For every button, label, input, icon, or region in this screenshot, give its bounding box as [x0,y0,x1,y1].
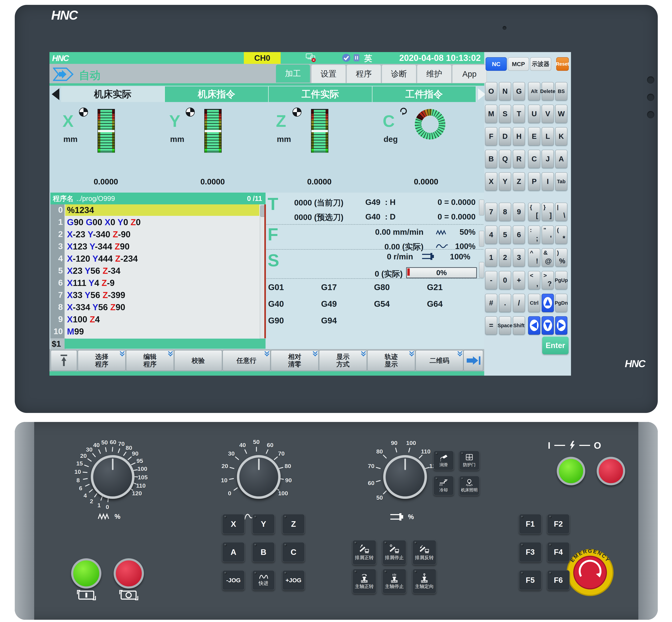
program-line[interactable]: M99 [67,326,84,337]
panel-key-排屑正转[interactable]: 排屑正转 [352,540,376,565]
softkey-校验[interactable]: 校验 [174,350,222,371]
key-;[interactable]: :; [528,226,540,244]
key-5[interactable]: 5 [499,226,511,244]
key-.[interactable]: . [499,294,511,312]
key-Delete[interactable]: Delete [542,82,554,100]
softkey-轨迹显示[interactable]: 轨迹显示 [367,350,415,371]
panel-key-F1[interactable]: F1 [519,514,541,534]
panel-key-F5[interactable]: F5 [519,570,541,590]
key-Tab[interactable]: Tab [555,172,567,191]
panel-key-Y[interactable]: Y [252,514,275,534]
start-button-green[interactable] [557,457,585,485]
softkey-任意行[interactable]: 任意行 [223,350,270,371]
softkey-编辑程序[interactable]: 编辑程序 [126,350,174,371]
panel-key-机床照明[interactable]: 机床照明 [459,476,479,495]
panel-key-X[interactable]: X [222,514,245,534]
tab-维护[interactable]: 维护 [417,65,451,83]
panel-key-Z[interactable]: Z [282,514,305,534]
program-line[interactable]: %1234 [67,205,94,215]
side-scroll-button[interactable] [479,262,484,278]
rapid-override-knob[interactable] [237,455,281,499]
arrow-up-key[interactable] [542,294,554,312]
key-8[interactable]: 8 [499,203,511,221]
key-Shift[interactable]: Shift [513,316,525,335]
key-I[interactable]: I [542,172,554,191]
panel-key-C[interactable]: C [282,542,305,562]
arrow-right-key[interactable] [555,316,567,335]
key-*[interactable]: (* [555,226,567,244]
key-T[interactable]: T [513,105,525,123]
key-BS[interactable]: BS [555,82,567,100]
tab-诊断[interactable]: 诊断 [382,65,416,83]
enter-key[interactable]: Enter [542,337,569,354]
key-U[interactable]: U [528,105,540,123]
panel-key-+JOG[interactable]: +JOG [282,570,305,590]
side-scroll-button[interactable] [479,231,484,247]
key-L[interactable]: L [542,127,554,145]
view-prev-arrow[interactable] [51,87,60,102]
key-H[interactable]: H [513,127,525,145]
key--[interactable]: - [485,271,497,289]
panel-key-润滑[interactable]: 润滑 [433,451,454,470]
key-Ctrl[interactable]: Ctrl [528,294,540,312]
view-tab-工件指令[interactable]: 工件指令 [372,87,476,102]
panel-key-主轴定向[interactable]: 主轴定向 [412,569,436,594]
power-on-button[interactable] [71,558,101,589]
side-scroll-button[interactable] [479,200,484,215]
key-G[interactable]: G [513,82,525,100]
key-PgUp[interactable]: PgUp [555,271,567,289]
panel-key-防护门[interactable]: 防护门 [459,451,479,470]
key-Z[interactable]: Z [513,172,525,191]
program-line[interactable]: X100 Z4 [67,314,100,324]
system-key-Reset[interactable]: Reset [556,57,569,71]
system-key-示波器[interactable]: 示波器 [530,57,551,71]
power-off-button[interactable] [114,558,144,589]
key-P[interactable]: P [528,172,540,191]
tab-程序[interactable]: 程序 [346,65,381,83]
key-?[interactable]: >? [542,271,554,289]
panel-key-排屑反转[interactable]: 排屑反转 [412,540,436,565]
panel-key-F4[interactable]: F4 [547,542,570,562]
key-3[interactable]: 3 [513,248,525,267]
key-F[interactable]: F [485,127,497,145]
key-C[interactable]: C [528,150,540,168]
program-line[interactable]: X-120 Y444 Z-234 [67,254,138,264]
softkey-next[interactable] [463,350,483,371]
panel-key--JOG[interactable]: -JOG [222,570,245,590]
language-indicator[interactable]: 英 [364,53,372,64]
key-0[interactable]: 0 [499,271,511,289]
softkey-back[interactable] [51,350,77,371]
key-S[interactable]: S [499,105,511,123]
tab-设置[interactable]: 设置 [311,65,346,83]
program-line[interactable]: X123 Y-344 Z90 [67,242,130,251]
key-=[interactable]: = [485,316,497,335]
key-B[interactable]: B [485,150,497,168]
panel-key-主轴停止[interactable]: 主轴停止 [382,569,406,594]
key-6[interactable]: 6 [513,226,525,244]
stop-button-red[interactable] [597,457,625,485]
program-line[interactable]: X-334 Y56 Z90 [67,302,125,312]
panel-key-排屑停止[interactable]: 排屑停止 [382,540,406,565]
key-E[interactable]: E [528,127,540,145]
view-tab-机床指令[interactable]: 机床指令 [165,87,269,102]
key-Q[interactable]: Q [499,150,511,168]
program-line[interactable]: X111 Y4 Z-9 [67,278,114,288]
key-Space[interactable]: Space [499,316,511,335]
panel-key-快进[interactable]: 快进 [252,570,275,590]
panel-key-F2[interactable]: F2 [547,514,570,534]
key-![interactable]: ^! [528,248,540,267]
program-line[interactable]: X-23 Y-340 Z-90 [67,229,131,239]
key-J[interactable]: J [542,150,554,168]
view-tab-工件实际[interactable]: 工件实际 [269,87,372,102]
key-\[interactable]: |\ [555,203,567,221]
program-line[interactable]: G90 G00 X0 Y0 Z0 [67,217,141,227]
arrow-left-key[interactable] [528,316,540,335]
tab-加工[interactable]: 加工 [276,65,310,82]
key-K[interactable]: K [555,127,567,145]
panel-key-冷却[interactable]: 冷却 [433,476,454,495]
key-O[interactable]: O [485,82,497,100]
feed-override-knob[interactable] [91,455,135,499]
key-'[interactable]: "' [542,226,554,244]
emergency-stop-button[interactable]: EMERGENCY [564,547,616,598]
key-1[interactable]: 1 [485,248,497,267]
